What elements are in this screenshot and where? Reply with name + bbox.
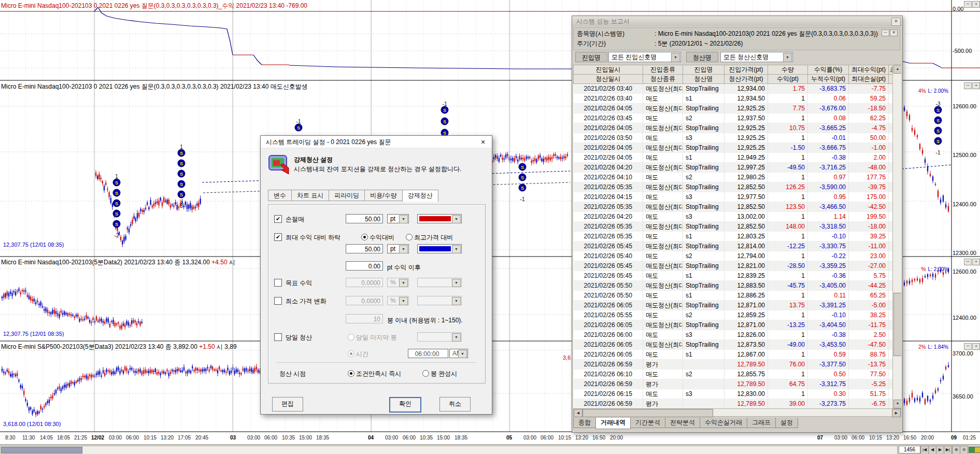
chevron-down-icon[interactable]: ▼ xyxy=(783,53,792,62)
trade-row[interactable]: 2021/02/26 05:35매도청산(최대StopTrailing12,85… xyxy=(574,182,893,192)
scroll-down-icon[interactable]: ▼ xyxy=(893,400,901,408)
report-tab-종합[interactable]: 종합 xyxy=(573,418,596,428)
after-profit-input[interactable]: 0.00 xyxy=(346,261,383,271)
pane3-close-icon[interactable]: × xyxy=(972,259,980,265)
trade-row[interactable]: 2021/02/26 03:40매도청산(최대StopTrailing12,93… xyxy=(574,84,893,94)
trade-row[interactable]: 2021/02/26 04:05매도청산(최대StopTrailing12,92… xyxy=(574,143,893,153)
trade-row[interactable]: 2021/02/26 05:45매도청산(최대StopTrailing12,82… xyxy=(574,261,893,271)
trade-row[interactable]: 2021/02/26 06:59평가12,789.5064.75-3,312.7… xyxy=(574,379,893,389)
last-bar-radio[interactable] xyxy=(348,334,354,340)
trade-row[interactable]: 2021/02/26 06:15매도s312,830.0010.3051.75 xyxy=(574,389,893,399)
pane4-minimize-icon[interactable]: ─ xyxy=(964,343,972,350)
stop-loss-input[interactable]: 50.00 xyxy=(346,214,383,223)
min-change-checkbox[interactable] xyxy=(274,297,282,305)
column-header[interactable]: 진입종류 xyxy=(643,65,683,75)
column-header[interactable]: 청산종류 xyxy=(643,75,683,84)
scroll-up-icon[interactable]: ▲ xyxy=(893,65,901,74)
scroll-right-button[interactable]: ▶ xyxy=(936,446,944,454)
column-header[interactable]: 청산일시 xyxy=(574,75,643,84)
trade-row[interactable]: 2021/02/26 06:05매도청산(최대StopTrailing12,87… xyxy=(574,301,893,310)
chevron-down-icon[interactable]: ▼ xyxy=(452,297,461,305)
scrollbar-thumb[interactable] xyxy=(893,293,901,356)
chevron-down-icon[interactable]: ▼ xyxy=(399,245,408,253)
chevron-down-icon[interactable]: ▼ xyxy=(452,333,461,342)
chevron-down-icon[interactable]: ▼ xyxy=(452,279,461,287)
scrollbar-thumb[interactable] xyxy=(1,447,82,453)
trade-row[interactable]: 2021/02/26 05:50매도청산(최대StopTrailing12,88… xyxy=(574,281,893,291)
info-minimize-icon[interactable]: ─ xyxy=(882,30,889,36)
dialog-tab-강제청산[interactable]: 강제청산 xyxy=(402,190,438,202)
dialog-tab-피라미딩[interactable]: 피라미딩 xyxy=(329,190,365,201)
column-header[interactable]: 수익률(%) xyxy=(808,65,849,75)
column-header[interactable]: 청산가격(pt) xyxy=(725,75,768,84)
trade-row[interactable]: 2021/02/26 05:35매도청산(최대StopTrailing12,85… xyxy=(574,202,893,212)
column-header[interactable]: 진입가격(pt) xyxy=(725,65,768,75)
pane3-minimize-icon[interactable]: ─ xyxy=(964,259,972,265)
stop-loss-unit-select[interactable]: pt▼ xyxy=(387,214,409,223)
scrollbar-thumb[interactable] xyxy=(583,409,713,417)
time-axis[interactable]: 8:3011:3014:0518:0521:2512/0203:0006:001… xyxy=(0,432,980,444)
pane2-close-icon[interactable]: × xyxy=(972,82,980,89)
stop-loss-color-select[interactable]: ▼ xyxy=(417,214,462,223)
trailing-checkbox[interactable]: ✔ xyxy=(274,233,282,241)
target-profit-input[interactable]: 0.0000 xyxy=(346,278,383,287)
trade-row[interactable]: 2021/02/26 06:00매도s312,826.001-0.382.50 xyxy=(574,330,893,340)
chevron-down-icon[interactable]: ▼ xyxy=(399,279,408,287)
trade-row[interactable]: 2021/02/26 05:40매도s212,794.001-0.2223.00 xyxy=(574,251,893,261)
trailing-unit-select[interactable]: pt▼ xyxy=(387,244,409,253)
trade-row[interactable]: 2021/02/26 04:05매도청산(최대StopTrailing12,92… xyxy=(574,104,893,114)
min-change-color-select[interactable]: ▼ xyxy=(417,296,462,305)
trade-row[interactable]: 2021/02/26 03:45매도s212,937.5010.0862.25 xyxy=(574,114,893,123)
chevron-down-icon[interactable]: ▼ xyxy=(452,245,461,253)
report-close-icon[interactable]: ✕ xyxy=(891,18,901,26)
immediate-radio[interactable] xyxy=(348,370,354,377)
dialog-tab-변수[interactable]: 변수 xyxy=(268,190,292,201)
dialog-tab-비용/수량[interactable]: 비용/수량 xyxy=(364,190,402,201)
column-header[interactable]: 누적수익(pt) xyxy=(808,75,849,84)
profit-base-radio[interactable] xyxy=(361,234,368,240)
tool-icon-yellow[interactable] xyxy=(974,447,980,453)
target-profit-color-select[interactable]: ▼ xyxy=(417,278,462,287)
trade-row[interactable]: 2021/02/26 04:05매도s112,949.251-0.382.00 xyxy=(574,153,893,163)
pane1-close-icon[interactable]: × xyxy=(972,1,980,8)
report-tab-기간분석[interactable]: 기간분석 xyxy=(630,418,665,428)
report-tab-전략분석[interactable]: 전략분석 xyxy=(665,418,700,428)
high-price-base-radio[interactable] xyxy=(406,234,413,240)
trade-row[interactable]: 2021/02/26 06:59평가12,789.5076.00-3,377.5… xyxy=(574,360,893,370)
min-change-unit-select[interactable]: %▼ xyxy=(387,296,409,305)
trade-row[interactable]: 2021/02/26 04:10매도s212,980.2510.97177.75 xyxy=(574,173,893,182)
zoom-in-icon[interactable]: ⊕ xyxy=(952,446,960,454)
column-header[interactable]: 최대수익(pt) xyxy=(849,65,889,75)
exit-filter-select[interactable]: 모든 청산신호명▼ xyxy=(720,52,793,62)
column-header[interactable]: 최대손실(pt) xyxy=(849,75,889,84)
scroll-left-button[interactable]: ◀ xyxy=(928,446,936,454)
trailing-input[interactable]: 50.00 xyxy=(346,244,383,253)
trade-row[interactable]: 2021/02/26 04:20매도청산(최대StopTrailing12,99… xyxy=(574,163,893,173)
trade-row[interactable]: 2021/02/26 06:10매도s212,855.7510.5077.50 xyxy=(574,370,893,379)
trade-row[interactable]: 2021/02/26 05:50매도s112,886.2510.1165.25 xyxy=(574,291,893,301)
trade-row[interactable]: 2021/02/26 04:20매도s313,002.0011.14199.50 xyxy=(574,212,893,222)
trade-row[interactable]: 2021/02/26 04:05매도청산(최대StopTrailing12,92… xyxy=(574,123,893,133)
trailing-color-select[interactable]: ▼ xyxy=(417,244,462,253)
horizontal-scrollbar[interactable] xyxy=(0,446,898,454)
min-change-input[interactable]: 0.0000 xyxy=(346,296,383,305)
chevron-down-icon[interactable]: ▼ xyxy=(399,297,408,305)
time-input[interactable]: 06:00:00 xyxy=(408,349,448,358)
report-tab-그래프[interactable]: 그래프 xyxy=(747,418,776,428)
target-profit-unit-select[interactable]: %▼ xyxy=(387,278,409,287)
column-header[interactable]: 수량 xyxy=(768,65,808,75)
edit-button[interactable]: 편집 xyxy=(272,397,303,412)
trade-row[interactable]: 2021/02/26 04:15매도s312,977.5010.95175.00 xyxy=(574,192,893,202)
trade-row[interactable]: 2021/02/26 03:50매도s312,925.251-0.0150.00 xyxy=(574,133,893,143)
table-vertical-scrollbar[interactable]: ▲ ▼ xyxy=(892,65,901,408)
bars-input[interactable]: 10 xyxy=(346,314,383,323)
table-horizontal-scrollbar[interactable]: ◀ ▶ xyxy=(573,408,901,417)
pane1-minimize-icon[interactable]: ─ xyxy=(964,1,972,8)
dialog-close-icon[interactable]: ✕ xyxy=(475,137,491,147)
trade-row[interactable]: 2021/02/26 05:55매도s212,859.251-0.1038.25 xyxy=(574,310,893,320)
pane2-minimize-icon[interactable]: ─ xyxy=(964,82,972,89)
scroll-start-button[interactable]: |◀ xyxy=(920,446,929,454)
column-header[interactable]: 진입명 xyxy=(683,65,725,75)
time-radio[interactable] xyxy=(348,350,354,357)
trade-row[interactable]: 2021/02/26 06:05매도청산(최대StopTrailing12,87… xyxy=(574,320,893,330)
